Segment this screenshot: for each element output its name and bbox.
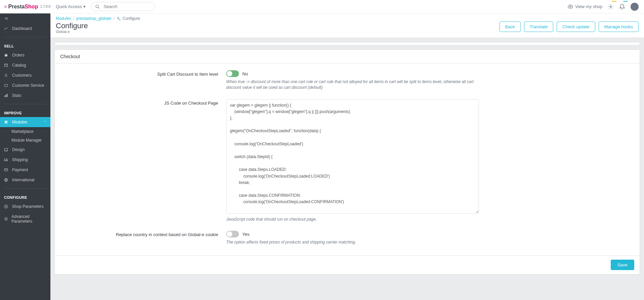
quick-access-label: Quick Access [56,4,82,9]
js-code-label: JS Code on Checkout Page [62,99,226,222]
sidebar-section-configure: CONFIGURE [0,192,50,201]
sidebar-item-payment[interactable]: Payment [0,165,50,175]
notification-badge [623,1,628,2]
sidebar-item-international[interactable]: International [0,175,50,185]
logo-text-shop: Shop [25,4,38,9]
breadcrumb-module[interactable]: prestashop_globale [76,16,112,21]
breadcrumb: Modules / prestashop_globale / 🔧 Configu… [56,16,639,21]
quick-access-dropdown[interactable]: Quick Access ▾ [50,4,91,9]
logo-icon [4,4,7,10]
manage-hooks-button[interactable]: Manage hooks [599,22,639,32]
svg-point-1 [5,6,6,7]
svg-rect-13 [5,148,8,151]
search-wrap [91,2,155,11]
sidebar-item-dashboard[interactable]: Dashboard [0,24,50,34]
sidebar-item-catalog[interactable]: Catalog [0,60,50,70]
sidebar-item-label: Orders [12,53,25,58]
sidebar-item-label: Dashboard [12,26,32,31]
svg-point-8 [5,74,7,75]
replace-country-help: The option affects fixed prices of produ… [226,239,479,245]
svg-point-24 [6,219,7,220]
check-update-button[interactable]: Check update [557,22,595,32]
sidebar-item-label: Design [12,147,25,152]
svg-rect-6 [5,64,8,67]
wrench-icon: 🔧 [117,17,121,21]
sidebar-section-improve: IMPROVE [0,108,50,117]
sidebar-item-label: International [12,178,34,182]
sidebar-item-advanced-parameters[interactable]: Advanced Parameters [0,212,50,226]
globe-icon [4,178,9,182]
svg-point-22 [6,206,7,207]
user-icon [4,73,9,77]
sidebar-item-label: Customer Service [12,83,44,88]
maintenance-icon[interactable] [608,4,614,10]
js-code-textarea[interactable] [226,99,479,214]
avatar[interactable] [631,3,639,11]
split-cart-help: When true -> discount of more than one c… [226,79,479,90]
chevron-up-icon: ⌃ [44,120,46,124]
sidebar-subitem-module-manager[interactable]: Module Manager [0,136,50,145]
chevron-left-icon [4,16,9,21]
back-button[interactable]: Back [499,22,521,32]
sliders-icon [4,217,8,221]
svg-point-4 [570,6,571,7]
main: Modules / prestashop_globale / 🔧 Configu… [50,13,644,278]
eye-icon [568,4,573,9]
credit-card-icon [4,168,9,172]
svg-point-2 [96,5,98,7]
stats-icon [4,93,9,98]
sidebar-item-stats[interactable]: Stats [0,90,50,101]
sidebar-item-orders[interactable]: Orders [0,50,50,60]
checkout-panel: Checkout Split Cart Discount to Item lev… [54,49,640,274]
svg-rect-15 [4,159,7,160]
headset-icon [4,83,9,87]
design-icon [4,148,9,152]
sidebar-subitem-marketplace[interactable]: Marketplace [0,127,50,136]
sidebar-item-label: Shipping [12,157,28,162]
svg-point-16 [5,160,5,161]
save-button[interactable]: Save [611,260,634,270]
sidebar-item-label: Catalog [12,63,26,68]
page-title: Configure [56,22,88,30]
svg-rect-18 [4,169,8,171]
top-header: PrestaShop 1.7.8.8 Quick Access ▾ View m… [0,0,644,13]
gear-icon [4,204,9,209]
notifications-icon[interactable] [619,4,625,10]
puzzle-icon [4,120,9,124]
split-cart-value: No [242,71,248,76]
sidebar-item-label: Customers [12,73,32,78]
svg-line-3 [98,7,99,8]
replace-country-value: Yes [242,232,249,237]
version-label: 1.7.8.8 [40,5,50,8]
view-shop-link[interactable]: View my shop [568,4,602,9]
previous-panel-edge [54,42,640,45]
breadcrumb-modules[interactable]: Modules [56,16,71,21]
replace-country-label: Replace country in context based on Glob… [62,231,226,245]
translate-button[interactable]: Translate [524,22,554,32]
svg-point-5 [610,6,612,7]
split-cart-toggle[interactable] [226,70,239,77]
svg-point-23 [5,218,8,221]
view-shop-label: View my shop [575,4,602,9]
js-code-help: JavaScript code that should run on check… [226,217,479,222]
sidebar-item-design[interactable]: Design [0,145,50,155]
sidebar-item-customer-service[interactable]: Customer Service [0,80,50,90]
sidebar-item-label: Shop Parameters [12,204,43,209]
svg-rect-12 [7,94,8,97]
sidebar-section-sell: SELL [0,41,50,50]
search-icon [95,4,100,9]
logo[interactable]: PrestaShop 1.7.8.8 [0,4,50,10]
sidebar-item-shop-parameters[interactable]: Shop Parameters [0,201,50,212]
sidebar-item-customers[interactable]: Customers [0,70,50,80]
dashboard-icon [4,27,9,31]
sidebar-item-modules[interactable]: Modules ⌃ [0,117,50,127]
shopping-basket-icon [4,53,9,57]
sidebar-item-label: Payment [12,167,28,172]
sidebar-item-shipping[interactable]: Shipping [0,155,50,165]
logo-text-presta: Presta [8,4,25,9]
search-input[interactable] [91,2,155,11]
sidebar-item-label: Modules [12,120,27,124]
replace-country-toggle[interactable] [226,231,239,237]
collapse-sidebar-button[interactable] [0,13,50,24]
chevron-down-icon: ▾ [83,4,86,9]
